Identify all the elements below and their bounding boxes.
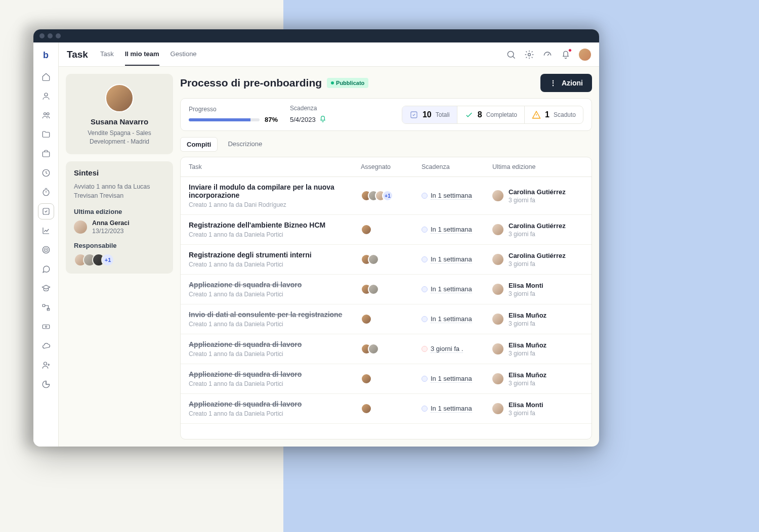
gear-icon[interactable] [524, 50, 534, 60]
avatar [361, 314, 372, 325]
money-icon[interactable] [38, 319, 54, 335]
count-total[interactable]: 10 Totali [402, 106, 457, 123]
svg-rect-12 [43, 325, 50, 329]
inner-tab[interactable]: Descrizione [222, 137, 268, 152]
current-user-avatar[interactable] [579, 49, 591, 61]
avatar [368, 343, 379, 354]
editor-name: Carolina Gutiérrez [509, 222, 566, 230]
folder-icon[interactable] [38, 126, 54, 143]
traffic-light-min[interactable] [48, 33, 53, 38]
table-row[interactable]: Registrazione dell'ambiente Bizneo HCMCr… [181, 215, 592, 245]
speed-icon[interactable] [542, 50, 553, 60]
deadline-text: In 1 settimana [431, 285, 472, 293]
count-completed[interactable]: 8 Completato [457, 106, 524, 123]
editor-avatar [492, 314, 503, 325]
status-dot [421, 376, 428, 382]
assignee-avatars [361, 224, 421, 235]
avatar [361, 373, 372, 384]
page-header: Processo di pre-onboarding Pubblicato ⋮ … [180, 74, 592, 92]
assignee-extra[interactable]: +1 [382, 190, 393, 201]
home-icon[interactable] [38, 69, 54, 85]
assignee-avatars: +1 [361, 190, 421, 201]
editor-avatar [492, 373, 503, 384]
chart-icon[interactable] [38, 223, 54, 239]
window-titlebar [33, 29, 599, 42]
tasks-icon[interactable] [38, 203, 54, 219]
reminder-bell-icon[interactable] [319, 115, 327, 124]
task-meta: Creato 1 anno fa da Daniela Portici [189, 231, 361, 238]
cloud-icon[interactable] [38, 338, 54, 354]
actions-button[interactable]: ⋮ Azioni [540, 74, 592, 92]
progress-percent: 87% [265, 116, 278, 123]
count-total-num: 10 [423, 110, 432, 119]
assignee-avatars [361, 254, 421, 265]
summary-card: Sintesi Avviato 1 anno fa da Lucas Trevi… [66, 161, 173, 274]
search-icon[interactable] [506, 50, 516, 60]
top-tab[interactable]: Il mio team [125, 43, 159, 66]
pie-icon[interactable] [38, 376, 54, 392]
svg-point-2 [47, 113, 49, 115]
team-icon[interactable] [38, 107, 54, 123]
profile-subtitle: Vendite Spagna - Sales Development - Mad… [74, 129, 165, 146]
col-last-edit: Ultima edizione [492, 163, 583, 170]
assignee-avatars [361, 343, 421, 354]
editor-ago: 3 giorni fa [509, 290, 543, 297]
target-icon[interactable] [38, 242, 54, 258]
task-meta: Creato 1 anno fa da Daniela Portici [189, 380, 361, 387]
clock-icon[interactable] [38, 165, 54, 181]
page-title: Processo di pre-onboarding [180, 77, 322, 89]
svg-point-13 [45, 326, 47, 328]
responsible-avatars: +1 [74, 253, 165, 267]
status-dot [421, 227, 428, 233]
table-row[interactable]: Applicazione di squadra di lavoroCreato … [181, 275, 592, 304]
responsible-extra[interactable]: +1 [101, 253, 114, 267]
avatar [361, 403, 372, 414]
editor-avatar [492, 254, 503, 265]
deadline-date: 5/4/2023 [290, 116, 316, 123]
timer-icon[interactable] [38, 184, 54, 200]
table-row[interactable]: Inviare il modulo da compilare per la nu… [181, 177, 592, 215]
svg-point-9 [46, 249, 47, 250]
task-meta: Creato 1 anno fa da Daniela Portici [189, 321, 361, 328]
editor-name: Elisa Muñoz [509, 312, 546, 319]
table-row[interactable]: Applicazione di squadra di lavoroCreato … [181, 364, 592, 394]
task-title: Invio di dati al consulente per la regis… [189, 311, 361, 319]
briefcase-icon[interactable] [38, 146, 54, 162]
last-edit-label: Ultima edizione [74, 208, 165, 215]
app-logo[interactable]: b [39, 49, 53, 62]
status-dot [421, 406, 428, 412]
table-row[interactable]: Registrazione degli strumenti interniCre… [181, 245, 592, 275]
top-tab[interactable]: Task [100, 43, 114, 66]
count-overdue[interactable]: 1 Scaduto [524, 106, 583, 123]
svg-point-8 [44, 248, 48, 252]
svg-point-1 [44, 113, 46, 115]
inner-tab[interactable]: Compiti [180, 137, 218, 152]
status-dot [421, 346, 428, 352]
chat-icon[interactable] [38, 261, 54, 277]
app-title: Task [67, 49, 88, 60]
progress-label: Progresso [189, 106, 278, 113]
bell-icon[interactable] [561, 50, 571, 60]
top-tab[interactable]: Gestione [171, 43, 197, 66]
summary-heading: Sintesi [74, 168, 165, 177]
count-overdue-label: Scaduto [554, 111, 576, 118]
deadline-text: In 1 settimana [431, 226, 472, 234]
user-add-icon[interactable] [38, 357, 54, 373]
graduation-icon[interactable] [38, 280, 54, 296]
table-row[interactable]: Invio di dati al consulente per la regis… [181, 304, 592, 334]
editor-avatar [492, 403, 503, 414]
traffic-light-close[interactable] [39, 33, 45, 38]
editor-ago: 3 giorni fa [509, 380, 546, 387]
assignee-avatars [361, 314, 421, 325]
workflow-icon[interactable] [38, 299, 54, 316]
editor-ago: 3 giorni fa [509, 350, 546, 357]
user-icon[interactable] [38, 88, 54, 104]
editor-ago: 3 giorni fa [509, 410, 543, 417]
traffic-light-max[interactable] [56, 33, 61, 38]
table-row[interactable]: Applicazione di squadra di lavoroCreato … [181, 334, 592, 364]
dots-vertical-icon: ⋮ [550, 79, 557, 87]
editor-avatar [492, 343, 503, 354]
svg-rect-10 [43, 304, 45, 307]
task-title: Applicazione di squadra di lavoro [189, 340, 361, 348]
table-row[interactable]: Applicazione di squadra di lavoroCreato … [181, 394, 592, 424]
